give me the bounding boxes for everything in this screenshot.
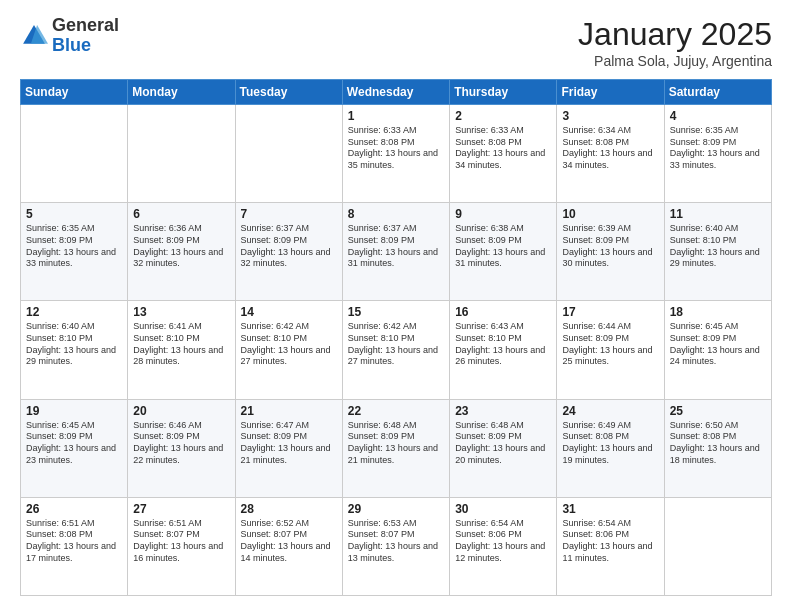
day-info: Sunrise: 6:33 AM Sunset: 8:08 PM Dayligh… (348, 125, 444, 172)
title-block: January 2025 Palma Sola, Jujuy, Argentin… (578, 16, 772, 69)
day-number: 2 (455, 109, 551, 123)
day-cell: 30Sunrise: 6:54 AM Sunset: 8:06 PM Dayli… (450, 497, 557, 595)
day-info: Sunrise: 6:34 AM Sunset: 8:08 PM Dayligh… (562, 125, 658, 172)
day-cell: 29Sunrise: 6:53 AM Sunset: 8:07 PM Dayli… (342, 497, 449, 595)
day-number: 5 (26, 207, 122, 221)
day-cell: 24Sunrise: 6:49 AM Sunset: 8:08 PM Dayli… (557, 399, 664, 497)
day-info: Sunrise: 6:52 AM Sunset: 8:07 PM Dayligh… (241, 518, 337, 565)
day-number: 16 (455, 305, 551, 319)
day-number: 7 (241, 207, 337, 221)
day-cell: 4Sunrise: 6:35 AM Sunset: 8:09 PM Daylig… (664, 105, 771, 203)
col-header-tuesday: Tuesday (235, 80, 342, 105)
day-info: Sunrise: 6:45 AM Sunset: 8:09 PM Dayligh… (670, 321, 766, 368)
day-info: Sunrise: 6:37 AM Sunset: 8:09 PM Dayligh… (241, 223, 337, 270)
logo-general: General (52, 16, 119, 36)
day-cell: 21Sunrise: 6:47 AM Sunset: 8:09 PM Dayli… (235, 399, 342, 497)
day-number: 22 (348, 404, 444, 418)
col-header-friday: Friday (557, 80, 664, 105)
logo-text: General Blue (52, 16, 119, 56)
week-row-4: 26Sunrise: 6:51 AM Sunset: 8:08 PM Dayli… (21, 497, 772, 595)
day-number: 8 (348, 207, 444, 221)
logo-icon (20, 22, 48, 50)
day-number: 26 (26, 502, 122, 516)
day-info: Sunrise: 6:44 AM Sunset: 8:09 PM Dayligh… (562, 321, 658, 368)
day-info: Sunrise: 6:42 AM Sunset: 8:10 PM Dayligh… (348, 321, 444, 368)
logo-blue: Blue (52, 36, 119, 56)
day-info: Sunrise: 6:41 AM Sunset: 8:10 PM Dayligh… (133, 321, 229, 368)
day-number: 23 (455, 404, 551, 418)
day-number: 20 (133, 404, 229, 418)
week-row-2: 12Sunrise: 6:40 AM Sunset: 8:10 PM Dayli… (21, 301, 772, 399)
day-number: 14 (241, 305, 337, 319)
day-info: Sunrise: 6:35 AM Sunset: 8:09 PM Dayligh… (26, 223, 122, 270)
day-info: Sunrise: 6:53 AM Sunset: 8:07 PM Dayligh… (348, 518, 444, 565)
day-info: Sunrise: 6:48 AM Sunset: 8:09 PM Dayligh… (348, 420, 444, 467)
day-info: Sunrise: 6:37 AM Sunset: 8:09 PM Dayligh… (348, 223, 444, 270)
week-row-3: 19Sunrise: 6:45 AM Sunset: 8:09 PM Dayli… (21, 399, 772, 497)
day-cell: 10Sunrise: 6:39 AM Sunset: 8:09 PM Dayli… (557, 203, 664, 301)
day-number: 29 (348, 502, 444, 516)
day-cell: 19Sunrise: 6:45 AM Sunset: 8:09 PM Dayli… (21, 399, 128, 497)
day-info: Sunrise: 6:42 AM Sunset: 8:10 PM Dayligh… (241, 321, 337, 368)
col-header-thursday: Thursday (450, 80, 557, 105)
day-cell: 31Sunrise: 6:54 AM Sunset: 8:06 PM Dayli… (557, 497, 664, 595)
day-number: 27 (133, 502, 229, 516)
day-cell (21, 105, 128, 203)
day-cell: 27Sunrise: 6:51 AM Sunset: 8:07 PM Dayli… (128, 497, 235, 595)
day-cell: 12Sunrise: 6:40 AM Sunset: 8:10 PM Dayli… (21, 301, 128, 399)
day-info: Sunrise: 6:38 AM Sunset: 8:09 PM Dayligh… (455, 223, 551, 270)
day-number: 3 (562, 109, 658, 123)
day-cell: 13Sunrise: 6:41 AM Sunset: 8:10 PM Dayli… (128, 301, 235, 399)
col-header-monday: Monday (128, 80, 235, 105)
day-info: Sunrise: 6:54 AM Sunset: 8:06 PM Dayligh… (455, 518, 551, 565)
day-number: 28 (241, 502, 337, 516)
day-cell: 6Sunrise: 6:36 AM Sunset: 8:09 PM Daylig… (128, 203, 235, 301)
day-cell: 2Sunrise: 6:33 AM Sunset: 8:08 PM Daylig… (450, 105, 557, 203)
day-number: 11 (670, 207, 766, 221)
day-number: 24 (562, 404, 658, 418)
day-cell: 22Sunrise: 6:48 AM Sunset: 8:09 PM Dayli… (342, 399, 449, 497)
day-cell: 14Sunrise: 6:42 AM Sunset: 8:10 PM Dayli… (235, 301, 342, 399)
day-info: Sunrise: 6:40 AM Sunset: 8:10 PM Dayligh… (670, 223, 766, 270)
day-cell: 25Sunrise: 6:50 AM Sunset: 8:08 PM Dayli… (664, 399, 771, 497)
calendar-table: SundayMondayTuesdayWednesdayThursdayFrid… (20, 79, 772, 596)
day-cell: 20Sunrise: 6:46 AM Sunset: 8:09 PM Dayli… (128, 399, 235, 497)
header: General Blue January 2025 Palma Sola, Ju… (20, 16, 772, 69)
calendar-header-row: SundayMondayTuesdayWednesdayThursdayFrid… (21, 80, 772, 105)
col-header-wednesday: Wednesday (342, 80, 449, 105)
day-cell: 23Sunrise: 6:48 AM Sunset: 8:09 PM Dayli… (450, 399, 557, 497)
day-cell: 3Sunrise: 6:34 AM Sunset: 8:08 PM Daylig… (557, 105, 664, 203)
day-info: Sunrise: 6:39 AM Sunset: 8:09 PM Dayligh… (562, 223, 658, 270)
week-row-1: 5Sunrise: 6:35 AM Sunset: 8:09 PM Daylig… (21, 203, 772, 301)
day-cell (235, 105, 342, 203)
day-cell: 9Sunrise: 6:38 AM Sunset: 8:09 PM Daylig… (450, 203, 557, 301)
day-number: 6 (133, 207, 229, 221)
day-number: 17 (562, 305, 658, 319)
day-number: 30 (455, 502, 551, 516)
day-info: Sunrise: 6:40 AM Sunset: 8:10 PM Dayligh… (26, 321, 122, 368)
day-info: Sunrise: 6:35 AM Sunset: 8:09 PM Dayligh… (670, 125, 766, 172)
location: Palma Sola, Jujuy, Argentina (578, 53, 772, 69)
day-cell: 8Sunrise: 6:37 AM Sunset: 8:09 PM Daylig… (342, 203, 449, 301)
day-info: Sunrise: 6:50 AM Sunset: 8:08 PM Dayligh… (670, 420, 766, 467)
day-cell: 16Sunrise: 6:43 AM Sunset: 8:10 PM Dayli… (450, 301, 557, 399)
day-cell: 11Sunrise: 6:40 AM Sunset: 8:10 PM Dayli… (664, 203, 771, 301)
week-row-0: 1Sunrise: 6:33 AM Sunset: 8:08 PM Daylig… (21, 105, 772, 203)
day-cell: 5Sunrise: 6:35 AM Sunset: 8:09 PM Daylig… (21, 203, 128, 301)
day-number: 10 (562, 207, 658, 221)
page: General Blue January 2025 Palma Sola, Ju… (0, 0, 792, 612)
day-cell: 15Sunrise: 6:42 AM Sunset: 8:10 PM Dayli… (342, 301, 449, 399)
day-info: Sunrise: 6:49 AM Sunset: 8:08 PM Dayligh… (562, 420, 658, 467)
day-info: Sunrise: 6:36 AM Sunset: 8:09 PM Dayligh… (133, 223, 229, 270)
day-info: Sunrise: 6:51 AM Sunset: 8:07 PM Dayligh… (133, 518, 229, 565)
day-number: 25 (670, 404, 766, 418)
day-number: 15 (348, 305, 444, 319)
day-number: 4 (670, 109, 766, 123)
col-header-sunday: Sunday (21, 80, 128, 105)
day-number: 19 (26, 404, 122, 418)
day-cell: 1Sunrise: 6:33 AM Sunset: 8:08 PM Daylig… (342, 105, 449, 203)
day-info: Sunrise: 6:51 AM Sunset: 8:08 PM Dayligh… (26, 518, 122, 565)
day-info: Sunrise: 6:45 AM Sunset: 8:09 PM Dayligh… (26, 420, 122, 467)
day-info: Sunrise: 6:33 AM Sunset: 8:08 PM Dayligh… (455, 125, 551, 172)
day-number: 1 (348, 109, 444, 123)
